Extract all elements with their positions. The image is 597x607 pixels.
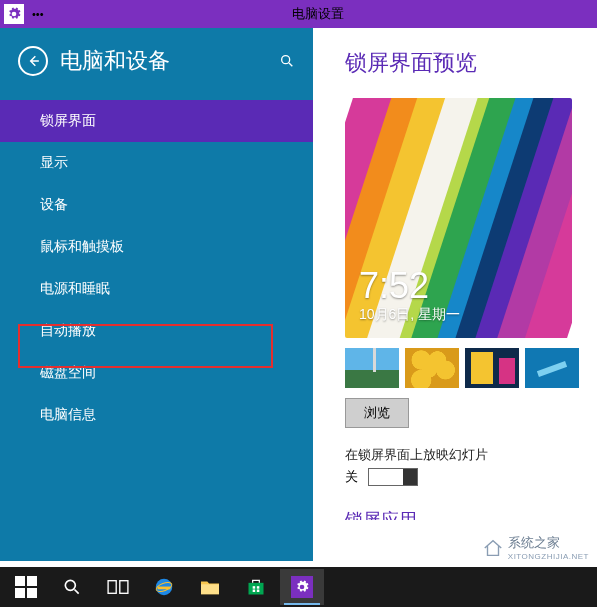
background-thumb-2[interactable] [405,348,459,388]
sidebar-item-3[interactable]: 鼠标和触摸板 [0,226,313,268]
watermark-text-top: 系统之家 [508,534,589,552]
taskbar-ie-icon[interactable] [142,569,186,605]
background-thumbnails [345,348,579,388]
sidebar-item-1[interactable]: 显示 [0,142,313,184]
sidebar-item-2[interactable]: 设备 [0,184,313,226]
taskbar-store-icon[interactable] [234,569,278,605]
svg-point-2 [65,580,75,590]
content-panel: 锁屏界面预览 7:52 10月6日, 星期一 [313,28,597,561]
windows-logo-icon [15,576,37,598]
svg-rect-4 [120,581,128,594]
arrow-left-icon [26,54,40,68]
taskbar-explorer-icon[interactable] [188,569,232,605]
sidebar-title: 电脑和设备 [60,46,279,76]
background-thumb-1[interactable] [345,348,399,388]
back-button[interactable] [18,46,48,76]
svg-rect-8 [249,583,264,595]
sidebar: 电脑和设备 锁屏界面显示设备鼠标和触摸板电源和睡眠自动播放磁盘空间电脑信息 [0,28,313,561]
sidebar-item-6[interactable]: 磁盘空间 [0,352,313,394]
lockscreen-preview: 7:52 10月6日, 星期一 [345,98,572,338]
start-button[interactable] [4,569,48,605]
toggle-state-label: 关 [345,468,358,486]
taskbar-taskview-icon[interactable] [96,569,140,605]
window-title: 电脑设置 [44,5,593,23]
sidebar-header: 电脑和设备 [0,28,313,100]
svg-point-0 [282,56,290,64]
title-menu-icon[interactable]: ••• [32,8,44,20]
sidebar-item-4[interactable]: 电源和睡眠 [0,268,313,310]
browse-button[interactable]: 浏览 [345,398,409,428]
svg-rect-3 [108,581,116,594]
sidebar-item-7[interactable]: 电脑信息 [0,394,313,436]
svg-rect-11 [253,590,256,593]
content-title: 锁屏界面预览 [345,48,579,78]
svg-rect-7 [201,584,219,594]
settings-gear-icon[interactable] [4,4,24,24]
background-thumb-3[interactable] [465,348,519,388]
slideshow-label: 在锁屏界面上放映幻灯片 [345,446,579,464]
section-heading-partial: 锁屏应用 [345,508,579,520]
clock-date: 10月6日, 星期一 [359,306,460,324]
svg-rect-10 [257,586,260,589]
search-icon[interactable] [279,53,295,69]
lockscreen-clock: 7:52 10月6日, 星期一 [359,268,460,324]
watermark-text-bottom: XITONGZHIJIA.NET [508,552,589,561]
sidebar-item-0[interactable]: 锁屏界面 [0,100,313,142]
svg-rect-9 [253,586,256,589]
taskbar [0,567,597,607]
background-thumb-4[interactable] [525,348,579,388]
taskbar-settings-icon[interactable] [280,569,324,605]
watermark: 系统之家 XITONGZHIJIA.NET [482,534,589,561]
title-bar: ••• 电脑设置 [0,0,597,28]
clock-time: 7:52 [359,268,460,304]
house-icon [482,537,504,559]
taskbar-search-icon[interactable] [50,569,94,605]
svg-rect-12 [257,590,260,593]
sidebar-item-5[interactable]: 自动播放 [0,310,313,352]
slideshow-toggle[interactable] [368,468,418,486]
